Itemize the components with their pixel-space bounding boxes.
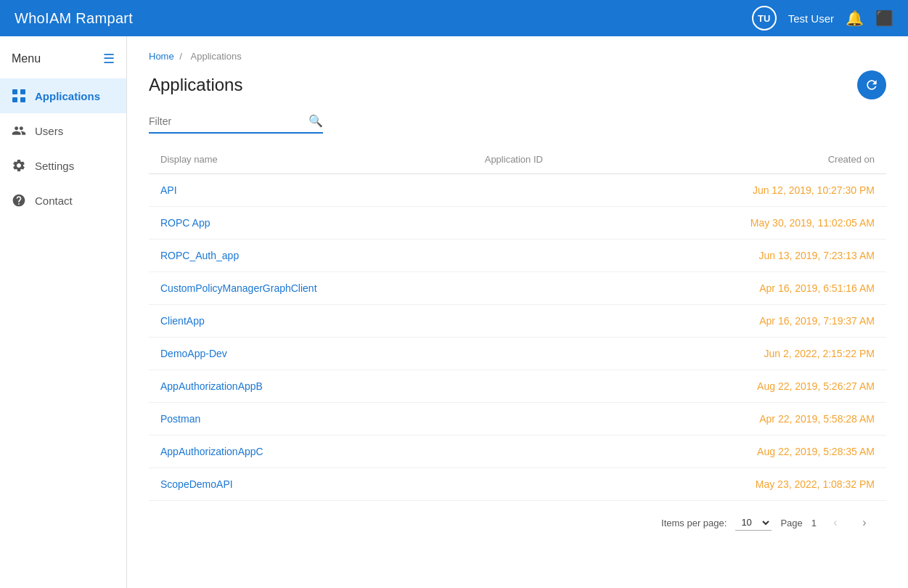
sidebar-item-users[interactable]: Users — [0, 113, 126, 148]
svg-rect-3 — [20, 97, 25, 102]
cell-application-id — [473, 240, 621, 272]
items-per-page-label: Items per page: — [661, 518, 727, 528]
breadcrumb: Home / Applications — [149, 51, 886, 62]
cell-created-on: May 23, 2022, 1:08:32 PM — [620, 468, 886, 501]
breadcrumb-current: Applications — [191, 51, 242, 62]
cell-display-name: Postman — [149, 403, 473, 436]
svg-rect-0 — [12, 89, 17, 94]
svg-rect-1 — [20, 89, 25, 94]
svg-rect-2 — [12, 97, 17, 102]
cell-created-on: Apr 22, 2019, 5:58:28 AM — [620, 403, 886, 436]
table-row[interactable]: PostmanApr 22, 2019, 5:58:28 AM — [149, 403, 886, 436]
notification-icon[interactable]: 🔔 — [846, 9, 864, 27]
cell-display-name: ScopeDemoAPI — [149, 468, 473, 501]
cell-application-id — [473, 207, 621, 240]
col-application-id: Application ID — [473, 145, 621, 174]
items-per-page-select[interactable]: 10 25 50 100 — [735, 515, 772, 531]
cell-display-name: ROPC App — [149, 207, 473, 240]
sidebar-users-label: Users — [35, 125, 63, 137]
app-title: WhoIAM Rampart — [15, 10, 133, 27]
table-row[interactable]: CustomPolicyManagerGraphClientApr 16, 20… — [149, 272, 886, 305]
next-page-button[interactable]: › — [854, 513, 875, 533]
table-row[interactable]: ROPC_Auth_appJun 13, 2019, 7:23:13 AM — [149, 240, 886, 272]
cell-display-name: DemoApp-Dev — [149, 338, 473, 370]
cell-application-id — [473, 174, 621, 207]
cell-created-on: Jun 13, 2019, 7:23:13 AM — [620, 240, 886, 272]
main-layout: Menu ☰ Applications Users — [0, 36, 908, 588]
cell-application-id — [473, 468, 621, 501]
page-title: Applications — [149, 75, 242, 95]
cell-display-name: API — [149, 174, 473, 207]
filter-input[interactable] — [149, 115, 308, 127]
table-row[interactable]: DemoApp-DevJun 2, 2022, 2:15:22 PM — [149, 338, 886, 370]
menu-toggle-icon[interactable]: ☰ — [103, 51, 115, 67]
header-right: TU Test User 🔔 ⬛ — [752, 6, 893, 30]
cell-application-id — [473, 305, 621, 338]
main-content: Home / Applications Applications 🔍 Displ… — [127, 36, 908, 588]
sidebar: Menu ☰ Applications Users — [0, 36, 127, 588]
applications-icon — [12, 89, 26, 103]
cell-display-name: AppAuthorizationAppB — [149, 370, 473, 403]
sidebar-item-settings[interactable]: Settings — [0, 148, 126, 183]
table-row[interactable]: ScopeDemoAPIMay 23, 2022, 1:08:32 PM — [149, 468, 886, 501]
breadcrumb-separator: / — [179, 51, 182, 62]
sidebar-contact-label: Contact — [35, 195, 73, 207]
cell-application-id — [473, 272, 621, 305]
cell-display-name: AppAuthorizationAppC — [149, 436, 473, 468]
avatar: TU — [752, 6, 777, 30]
cell-created-on: Jun 2, 2022, 2:15:22 PM — [620, 338, 886, 370]
table-row[interactable]: ClientAppApr 16, 2019, 7:19:37 AM — [149, 305, 886, 338]
table-row[interactable]: AppAuthorizationAppCAug 22, 2019, 5:28:3… — [149, 436, 886, 468]
menu-header: Menu ☰ — [0, 44, 126, 78]
table-row[interactable]: APIJun 12, 2019, 10:27:30 PM — [149, 174, 886, 207]
prev-page-button[interactable]: ‹ — [825, 513, 846, 533]
page-header: Applications — [149, 70, 886, 99]
cell-created-on: Aug 22, 2019, 5:28:35 AM — [620, 436, 886, 468]
table-row[interactable]: ROPC AppMay 30, 2019, 11:02:05 AM — [149, 207, 886, 240]
cell-application-id — [473, 370, 621, 403]
cell-created-on: Jun 12, 2019, 10:27:30 PM — [620, 174, 886, 207]
page-number: 1 — [811, 518, 817, 528]
sidebar-item-applications[interactable]: Applications — [0, 78, 126, 113]
cell-application-id — [473, 436, 621, 468]
cell-created-on: Aug 22, 2019, 5:26:27 AM — [620, 370, 886, 403]
refresh-button[interactable] — [857, 70, 886, 99]
cell-created-on: May 30, 2019, 11:02:05 AM — [620, 207, 886, 240]
cell-application-id — [473, 403, 621, 436]
pagination: Items per page: 10 25 50 100 Page 1 ‹ › — [149, 501, 886, 533]
filter-row: 🔍 — [149, 114, 323, 134]
cell-display-name: ROPC_Auth_app — [149, 240, 473, 272]
col-display-name: Display name — [149, 145, 473, 174]
page-label: Page — [780, 518, 802, 528]
users-icon — [12, 123, 26, 138]
sidebar-settings-label: Settings — [35, 160, 74, 172]
cell-display-name: CustomPolicyManagerGraphClient — [149, 272, 473, 305]
cell-created-on: Apr 16, 2019, 6:51:16 AM — [620, 272, 886, 305]
sidebar-item-contact[interactable]: Contact — [0, 183, 126, 218]
filter-search-icon: 🔍 — [308, 114, 323, 128]
table-row[interactable]: AppAuthorizationAppBAug 22, 2019, 5:26:2… — [149, 370, 886, 403]
username-label: Test User — [788, 12, 834, 25]
settings-icon — [12, 158, 26, 173]
cell-created-on: Apr 16, 2019, 7:19:37 AM — [620, 305, 886, 338]
menu-label: Menu — [12, 52, 41, 65]
table-body: APIJun 12, 2019, 10:27:30 PMROPC AppMay … — [149, 174, 886, 501]
logout-icon[interactable]: ⬛ — [875, 9, 893, 27]
col-created-on: Created on — [620, 145, 886, 174]
cell-application-id — [473, 338, 621, 370]
sidebar-applications-label: Applications — [35, 90, 100, 102]
breadcrumb-home[interactable]: Home — [149, 51, 174, 62]
applications-table: Display name Application ID Created on A… — [149, 145, 886, 501]
contact-icon — [12, 193, 26, 208]
table-header: Display name Application ID Created on — [149, 145, 886, 174]
app-header: WhoIAM Rampart TU Test User 🔔 ⬛ — [0, 0, 908, 36]
cell-display-name: ClientApp — [149, 305, 473, 338]
